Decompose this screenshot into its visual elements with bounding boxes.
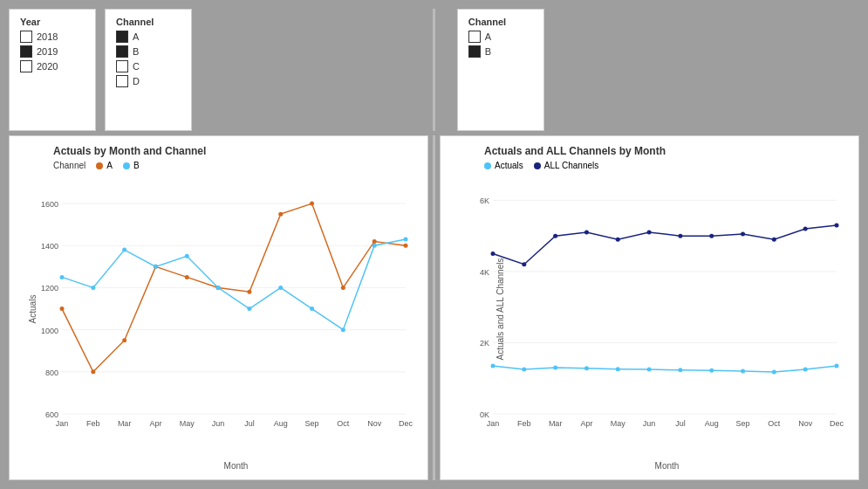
svg-text:Jun: Jun (643, 419, 656, 428)
channel-legend-left: Channel A B C D (105, 9, 192, 131)
channel-c-label: C (133, 61, 140, 72)
left-legend-label: Channel (53, 161, 85, 170)
left-legend-b-dot (123, 162, 130, 169)
svg-point-41 (216, 286, 221, 290)
svg-text:Jun: Jun (212, 419, 225, 428)
year-2019-swatch (20, 45, 32, 58)
svg-text:Apr: Apr (580, 419, 592, 428)
svg-point-46 (372, 244, 377, 248)
svg-point-87 (709, 234, 714, 238)
svg-point-32 (310, 202, 314, 206)
svg-point-35 (404, 244, 408, 248)
right-y-axis-label: Actuals and ALL Channels (496, 258, 505, 361)
right-chart-title: Actuals and ALL Channels by Month (484, 145, 850, 157)
svg-text:Sep: Sep (305, 419, 319, 428)
svg-text:Aug: Aug (274, 419, 288, 428)
left-legend-b-label: B (133, 161, 140, 170)
svg-point-26 (122, 338, 126, 342)
left-chart-title: Actuals by Month and Channel (53, 145, 419, 157)
svg-text:Jan: Jan (56, 419, 69, 428)
svg-point-42 (247, 306, 251, 311)
svg-text:Apr: Apr (149, 419, 161, 428)
svg-point-83 (584, 231, 589, 235)
svg-point-89 (772, 238, 776, 242)
svg-text:Sep: Sep (736, 419, 750, 428)
svg-point-74 (678, 368, 682, 372)
channel-d-label: D (133, 76, 140, 86)
channel-c-swatch (116, 60, 128, 72)
channel-d-swatch (116, 75, 128, 87)
right-legend-actuals-dot (484, 162, 491, 169)
svg-text:May: May (611, 419, 626, 428)
year-2019[interactable]: 2019 (20, 45, 85, 58)
svg-text:Nov: Nov (798, 419, 813, 428)
svg-text:2K: 2K (480, 339, 489, 348)
left-legend-a: A (96, 161, 113, 170)
right-chart-legend: Actuals ALL Channels (484, 161, 850, 170)
right-legend-all: ALL Channels (534, 161, 598, 170)
svg-point-34 (372, 239, 377, 244)
right-chart-svg: 0K2K4K6KJanFebMarAprMayJunJulAugSepOctNo… (484, 174, 850, 444)
svg-point-73 (647, 368, 652, 372)
right-legend-actuals-label: Actuals (495, 161, 523, 170)
year-legend: Year 2018 2019 2020 (9, 9, 96, 131)
svg-text:6K: 6K (480, 196, 489, 205)
year-2020[interactable]: 2020 (20, 60, 85, 72)
svg-text:1400: 1400 (41, 242, 58, 251)
svg-point-75 (709, 368, 714, 373)
right-channel-b-swatch (468, 45, 481, 58)
left-chart-svg: 6008001000120014001600JanFebMarAprMayJun… (53, 174, 419, 444)
channel-legend-left-title: Channel (116, 17, 181, 27)
svg-point-81 (522, 262, 526, 266)
svg-text:1600: 1600 (41, 200, 58, 209)
svg-point-69 (522, 368, 526, 372)
svg-point-33 (341, 286, 345, 290)
svg-point-37 (91, 286, 95, 290)
right-channel-a[interactable]: A (468, 31, 533, 43)
svg-text:1000: 1000 (41, 327, 58, 335)
svg-text:Aug: Aug (705, 419, 719, 428)
svg-text:Oct: Oct (337, 419, 350, 428)
left-legend-b: B (123, 161, 140, 170)
right-channel-b[interactable]: B (468, 45, 533, 58)
svg-text:Jul: Jul (675, 419, 686, 428)
svg-text:4K: 4K (480, 268, 489, 277)
right-channel-a-label: A (485, 31, 491, 42)
svg-text:Dec: Dec (830, 419, 844, 428)
svg-text:Nov: Nov (367, 419, 382, 428)
channel-a-label: A (133, 31, 139, 42)
channel-legend-right-title: Channel (468, 17, 533, 27)
channel-b-swatch (116, 45, 128, 58)
svg-point-85 (647, 231, 652, 235)
svg-point-45 (341, 327, 345, 332)
svg-point-24 (60, 306, 65, 311)
svg-point-70 (553, 366, 557, 370)
svg-point-44 (310, 306, 314, 311)
svg-point-90 (803, 227, 808, 231)
year-2018-swatch (20, 31, 32, 43)
svg-text:Mar: Mar (549, 419, 563, 428)
left-chart-panel: Actuals by Month and Channel Channel A B… (9, 135, 428, 480)
svg-point-88 (741, 232, 745, 237)
year-2018[interactable]: 2018 (20, 31, 85, 43)
year-2018-label: 2018 (37, 31, 58, 42)
svg-text:Mar: Mar (118, 419, 132, 428)
svg-text:May: May (180, 419, 195, 428)
left-chart-legend: Channel A B (53, 161, 419, 170)
svg-point-91 (835, 223, 839, 227)
channel-b[interactable]: B (116, 45, 181, 58)
svg-text:Dec: Dec (399, 419, 413, 428)
channel-c[interactable]: C (116, 60, 181, 72)
chart-divider (433, 135, 435, 480)
right-chart-area: Actuals and ALL Channels 0K2K4K6KJanFebM… (484, 174, 850, 444)
year-legend-title: Year (20, 17, 85, 27)
year-2020-swatch (20, 60, 32, 72)
svg-point-84 (616, 238, 620, 242)
svg-point-40 (185, 254, 189, 258)
svg-point-28 (185, 275, 189, 279)
channel-a[interactable]: A (116, 31, 181, 43)
right-legend-all-dot (534, 162, 541, 169)
channel-d[interactable]: D (116, 75, 181, 87)
svg-point-72 (616, 367, 620, 371)
right-channel-a-swatch (468, 31, 481, 43)
